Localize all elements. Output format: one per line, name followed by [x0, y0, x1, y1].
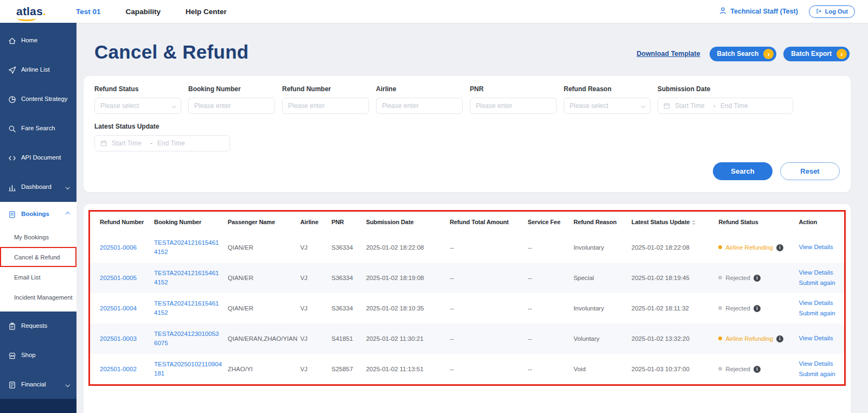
sidebar-item-home[interactable]: Home — [0, 26, 76, 55]
service-fee: -- — [525, 232, 571, 263]
logout-icon — [816, 8, 822, 15]
batch-export-button[interactable]: Batch Export › — [783, 47, 850, 61]
refund-status-select[interactable]: Please select — [94, 98, 181, 114]
sidebar-item-email-list[interactable]: Email List — [0, 267, 76, 287]
table-row: 202501-0006 TESTA20241216154614152 QIAN/… — [90, 232, 844, 263]
airline-code: VJ — [297, 232, 329, 263]
sidebar-item-api-document[interactable]: API Document — [0, 143, 76, 173]
action-link-view-details[interactable]: View Details — [799, 333, 833, 344]
latest-status-update: 2025-01-02 18:11:32 — [629, 293, 716, 323]
airline-code: VJ — [297, 323, 329, 354]
sidebar-item-bookings[interactable]: Bookings — [0, 202, 76, 227]
reset-button[interactable]: Reset — [780, 162, 840, 180]
filter-field-refund-reason: Refund ReasonPlease select — [564, 85, 650, 114]
booking-number-link[interactable]: TESTA20241216154614152 — [154, 238, 222, 256]
action-link-submit-again[interactable]: Submit again — [799, 308, 835, 319]
sidebar-item-financial[interactable]: Financial — [0, 370, 76, 399]
refund-number-link[interactable]: 202501-0006 — [100, 244, 137, 251]
refund-number-link[interactable]: 202501-0003 — [100, 335, 137, 342]
refund-reason-select[interactable]: Please select — [564, 98, 650, 114]
sidebar-item-cancel-refund[interactable]: Cancel & Refund — [0, 247, 76, 267]
column-header-refund-total-amount: Refund Total Amount — [447, 212, 525, 232]
airline-code: VJ — [297, 293, 329, 323]
action-cell: View Details — [796, 232, 844, 263]
sidebar-item-fare-search[interactable]: Fare Search — [0, 114, 76, 143]
action-link-view-details[interactable]: View Details — [799, 242, 833, 252]
refund-total-amount: -- — [447, 323, 525, 354]
action-cell: View Details — [796, 323, 844, 354]
booking-number-input[interactable]: Please enter — [188, 98, 275, 114]
booking-number-link[interactable]: TESTA20241216154614152 — [154, 299, 222, 317]
sidebar-item-dashboard[interactable]: Dashboard — [0, 173, 76, 202]
action-link-view-details[interactable]: View Details — [799, 359, 833, 369]
nav-item-help-center[interactable]: Help Center — [186, 8, 227, 16]
sidebar: Home Airline List Content Strategy Fare … — [0, 23, 76, 413]
sidebar-item-my-bookings[interactable]: My Bookings — [0, 227, 76, 247]
booking-number-link[interactable]: TESTA20241216154614152 — [154, 269, 222, 287]
filter-field-pnr: PNRPlease enter — [470, 85, 557, 114]
info-icon[interactable]: i — [776, 335, 783, 342]
action-link-submit-again[interactable]: Submit again — [799, 278, 835, 288]
refund-number-link[interactable]: 202501-0005 — [100, 275, 137, 281]
refund-reason: Involuntary — [571, 232, 629, 263]
filter-label: Booking Number — [188, 85, 275, 93]
download-template-link[interactable]: Download Template — [636, 50, 700, 58]
filter-label: Refund Reason — [564, 85, 650, 93]
sidebar-footer[interactable] — [0, 399, 76, 413]
info-icon[interactable]: i — [754, 366, 761, 373]
action-link-view-details[interactable]: View Details — [799, 298, 833, 308]
refund-number-link[interactable]: 202501-0002 — [100, 366, 137, 372]
nav-item-test-01[interactable]: Test 01 — [76, 8, 101, 16]
dashboard-icon — [8, 183, 16, 192]
sidebar-top: Home Airline List Content Strategy Fare … — [0, 26, 76, 202]
latest-status-update-range[interactable]: Start Time - End Time — [94, 135, 230, 151]
chevron-down-icon — [171, 104, 176, 108]
pnr-input[interactable]: Please enter — [470, 98, 557, 114]
filter-panel: Refund StatusPlease selectBooking Number… — [84, 76, 851, 192]
submission-date: 2025-01-02 11:13:51 — [363, 354, 447, 384]
logout-button[interactable]: Log Out — [809, 5, 855, 18]
sidebar-item-incident-management[interactable]: Incident Management — [0, 287, 76, 307]
submission-date-range[interactable]: Start Time - End Time — [658, 98, 793, 114]
refund-number-input[interactable]: Please enter — [282, 98, 369, 114]
user-label: Technical Staff (Test) — [730, 8, 798, 15]
column-header-airline: Airline — [297, 212, 329, 232]
booking-number-link[interactable]: TESTA20241230100536075 — [154, 329, 222, 347]
filter-field-latest-status-update: Latest Status Update Start Time - End Ti… — [94, 123, 230, 151]
table-row: 202501-0002 TESTA20250102110904181 ZHAO/… — [90, 354, 844, 384]
airline-code: VJ — [297, 354, 329, 384]
home-icon — [8, 37, 16, 45]
refund-reason: Void — [571, 354, 629, 384]
user-menu[interactable]: Technical Staff (Test) — [719, 7, 798, 16]
airline-input[interactable]: Please enter — [376, 98, 463, 114]
top-bar: atlas. Test 01CapabilityHelp Center Tech… — [0, 0, 868, 23]
sidebar-item-shop[interactable]: Shop — [0, 341, 76, 370]
table-body: 202501-0006 TESTA20241216154614152 QIAN/… — [90, 232, 844, 384]
sidebar-item-content-strategy[interactable]: Content Strategy — [0, 85, 76, 114]
search-button[interactable]: Search — [713, 162, 773, 180]
refund-number-link[interactable]: 202501-0004 — [100, 305, 137, 312]
submission-date: 2025-01-02 18:19:08 — [363, 263, 447, 293]
booking-number-link[interactable]: TESTA20250102110904181 — [154, 360, 222, 378]
sidebar-item-airline-list[interactable]: Airline List — [0, 55, 76, 85]
column-header-submission-date: Submission Date — [363, 212, 447, 232]
financial-icon — [8, 381, 16, 389]
refund-reason: Voluntary — [571, 323, 629, 354]
sort-icon[interactable] — [692, 220, 695, 225]
nav-item-capability[interactable]: Capability — [126, 8, 161, 16]
filter-label: Submission Date — [658, 85, 793, 93]
latest-status-update: 2025-01-02 18:19:45 — [629, 263, 716, 293]
info-icon[interactable]: i — [754, 305, 761, 312]
column-header-latest-status-update[interactable]: Latest Status Update — [629, 212, 716, 232]
passenger-name: QIAN/ERAN,ZHAO/YIAN — [225, 323, 298, 354]
action-link-view-details[interactable]: View Details — [799, 268, 833, 278]
topbar-right: Technical Staff (Test) Log Out — [719, 5, 855, 18]
batch-search-button[interactable]: Batch Search › — [710, 47, 777, 61]
info-icon[interactable]: i — [776, 244, 783, 251]
refund-reason: Special — [571, 263, 629, 293]
submission-date: 2025-01-02 11:30:21 — [363, 323, 447, 354]
sidebar-item-requests[interactable]: Requests — [0, 312, 76, 341]
info-icon[interactable]: i — [754, 275, 761, 282]
action-link-submit-again[interactable]: Submit again — [799, 369, 835, 379]
service-fee: -- — [525, 263, 571, 293]
